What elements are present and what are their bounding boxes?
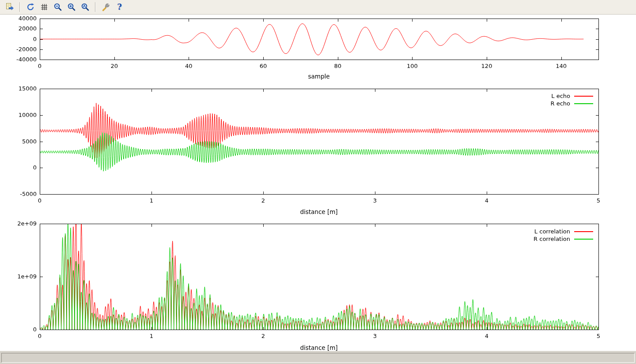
autoscale-icon [81, 3, 90, 11]
legend-echo: L echo R echo [550, 92, 593, 107]
config-button[interactable] [100, 1, 112, 13]
x-tick-label: 2 [261, 197, 265, 204]
help-icon: ? [117, 3, 122, 11]
status-field [1, 353, 635, 363]
x-tick-label: 1 [150, 333, 153, 339]
x-tick-label: 5 [597, 197, 600, 204]
export-button[interactable] [4, 1, 15, 13]
legend-label: R echo [550, 100, 570, 107]
x-tick-label: 1 [150, 197, 153, 204]
x-axis-label-sample: sample [275, 73, 363, 80]
x-tick-label: 0 [38, 63, 42, 69]
toolbar-separator [19, 2, 20, 12]
y-tick-label: 40000 [4, 15, 37, 22]
x-tick-label: 80 [334, 63, 341, 69]
plot-area: sample distance [m] distance [m] L echo … [0, 15, 636, 351]
help-button[interactable]: ? [114, 1, 125, 13]
x-tick-label: 4 [485, 197, 488, 204]
y-tick-label: 1e+09 [4, 273, 37, 280]
y-tick-label: 0 [4, 164, 37, 171]
x-tick-label: 100 [407, 63, 418, 69]
legend-label: L correlation [534, 228, 570, 235]
config-icon [102, 3, 110, 11]
x-tick-label: 120 [481, 63, 492, 69]
x-tick-label: 20 [110, 63, 118, 69]
grid-toggle-button[interactable] [38, 1, 50, 13]
x-tick-label: 40 [185, 63, 193, 69]
replot-button[interactable] [24, 1, 36, 13]
x-tick-label: 60 [260, 63, 267, 69]
toolbar-separator [95, 2, 96, 12]
zoom-next-icon [67, 3, 76, 11]
y-tick-label: -20000 [4, 46, 37, 53]
autoscale-button[interactable] [79, 1, 91, 13]
replot-icon [26, 3, 35, 11]
y-tick-label: 0 [4, 326, 37, 333]
legend-correlation: L correlation R correlation [534, 228, 593, 243]
y-tick-label: 5000 [4, 138, 37, 145]
y-tick-label: 0 [4, 36, 37, 42]
y-tick-label: 20000 [4, 25, 37, 32]
zoom-previous-button[interactable] [52, 1, 64, 13]
export-icon [5, 3, 14, 11]
legend-line-sample [574, 231, 593, 232]
legend-entry: L echo [550, 92, 593, 100]
legend-label: L echo [551, 93, 570, 99]
plots-canvas[interactable] [0, 15, 636, 351]
zoom-previous-icon [53, 3, 62, 11]
status-bar [0, 351, 636, 364]
legend-label: R correlation [534, 236, 570, 242]
x-tick-label: 3 [373, 333, 377, 339]
y-tick-label: 10000 [4, 112, 37, 118]
y-tick-label: 2e+09 [4, 220, 37, 227]
grid-icon [40, 3, 49, 11]
x-axis-label-distance-1: distance [m] [275, 208, 363, 215]
y-tick-label: 15000 [4, 85, 37, 92]
y-tick-label: -5000 [4, 191, 37, 197]
x-tick-label: 2 [261, 333, 265, 339]
legend-line-sample [574, 103, 593, 104]
toolbar: ? [0, 0, 636, 15]
y-tick-label: -40000 [4, 56, 37, 63]
x-tick-label: 3 [373, 197, 377, 204]
legend-entry: R correlation [534, 235, 593, 243]
legend-line-sample [574, 96, 593, 97]
zoom-next-button[interactable] [65, 1, 77, 13]
x-tick-label: 140 [556, 63, 567, 69]
x-tick-label: 0 [38, 333, 42, 339]
legend-line-sample [574, 239, 593, 240]
x-tick-label: 0 [38, 197, 42, 204]
x-axis-label-distance-2: distance [m] [275, 344, 363, 351]
legend-entry: R echo [550, 100, 593, 107]
x-tick-label: 5 [597, 333, 600, 339]
x-tick-label: 4 [485, 333, 488, 339]
legend-entry: L correlation [534, 228, 593, 235]
